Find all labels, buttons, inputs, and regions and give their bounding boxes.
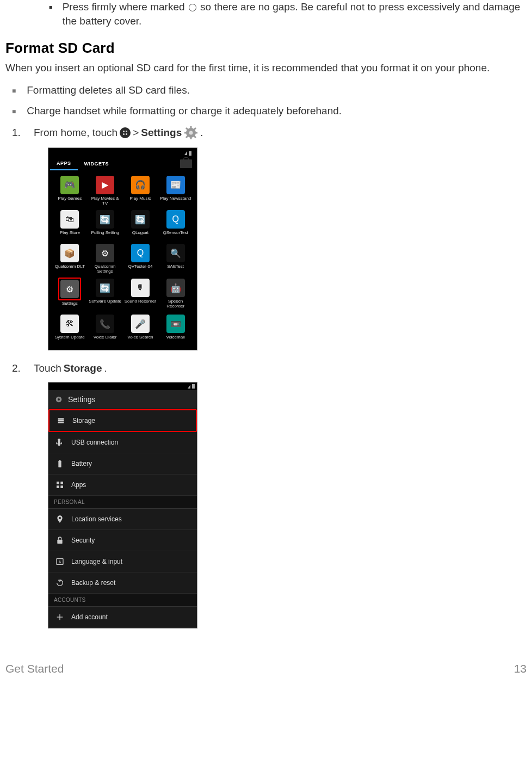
svg-rect-14: [58, 422, 64, 423]
app-icon: 🎧: [131, 176, 150, 194]
app-cell[interactable]: 🔍SAETest: [159, 244, 192, 274]
svg-point-11: [58, 398, 60, 401]
step-number: 1.: [12, 127, 22, 139]
settings-row-label: Apps: [71, 481, 86, 489]
settings-row[interactable]: Apps: [48, 475, 197, 496]
app-cell[interactable]: ▶Play Movies & TV: [89, 176, 122, 206]
storage-icon: [56, 416, 66, 426]
svg-line-9: [186, 135, 188, 138]
apps-grid: 🎮Play Games▶Play Movies & TV🎧Play Music📰…: [50, 170, 195, 348]
battery-icon: [189, 151, 191, 156]
settings-row[interactable]: Backup & reset: [48, 572, 197, 594]
security-icon: [55, 535, 65, 545]
caution-text: Formatting deletes all SD card files.: [27, 84, 190, 96]
app-icon: 🔄: [131, 210, 150, 229]
app-icon: Q: [131, 244, 150, 262]
settings-header: Settings: [48, 390, 197, 409]
sub-bullet-list: ■ Press firmly where marked so there are…: [49, 0, 527, 28]
app-cell[interactable]: 🤖Speech Recorder: [159, 279, 192, 310]
app-cell[interactable]: 🎙Sound Recorder: [124, 279, 157, 310]
gear-icon: [184, 126, 198, 140]
app-cell[interactable]: 🎤Voice Search: [124, 315, 157, 344]
bullet-marker: ■: [49, 0, 53, 28]
step-text: From home, touch > Settings .: [34, 126, 203, 140]
app-label: Voice Dialer: [94, 335, 117, 344]
app-cell[interactable]: ⚙Qualcomm Settings: [89, 244, 122, 274]
app-icon: ⚙: [60, 280, 79, 298]
app-label: Qualcomm Settings: [89, 264, 122, 274]
settings-row-label: Security: [71, 537, 95, 544]
app-icon: 🔍: [166, 244, 185, 262]
svg-line-7: [194, 135, 196, 138]
svg-rect-12: [58, 418, 64, 420]
app-cell[interactable]: 📰Play Newsstand: [159, 176, 192, 206]
svg-line-8: [194, 128, 196, 130]
app-cell[interactable]: 🔄QLogcat: [124, 210, 157, 239]
app-cell[interactable]: QQSensorTest: [159, 210, 192, 239]
status-bar: [50, 150, 195, 157]
app-label: Play Music: [130, 196, 151, 205]
app-cell[interactable]: 🛍Play Store: [53, 210, 86, 239]
app-icon: ⚙: [96, 244, 114, 262]
settings-section-header: ACCOUNTS: [48, 594, 197, 607]
apps-icon: [120, 127, 131, 138]
apps-icon: [55, 480, 65, 490]
app-icon: 📦: [60, 244, 79, 262]
settings-row[interactable]: Security: [48, 530, 197, 551]
app-cell[interactable]: 📦Qualcomm DLT: [53, 244, 86, 274]
settings-section-header: PERSONAL: [48, 496, 197, 509]
app-cell[interactable]: 🔄Software Update: [89, 279, 122, 310]
tab-widgets[interactable]: WIDGETS: [78, 157, 116, 170]
app-icon: 🛠: [60, 315, 79, 333]
app-label: Play Games: [58, 196, 82, 205]
add-icon: [55, 612, 65, 622]
app-cell[interactable]: 🎧Play Music: [124, 176, 157, 206]
app-cell[interactable]: QQVTester-04: [124, 244, 157, 274]
step-2: 2. Touch Storage.: [12, 362, 527, 374]
svg-rect-17: [57, 482, 59, 484]
app-label: Software Update: [89, 299, 121, 308]
app-cell[interactable]: 📼Voicemail: [159, 315, 192, 344]
bullet-text: Press firmly where marked so there are n…: [63, 0, 527, 28]
apps-tabs: APPS WIDGETS: [50, 157, 195, 170]
section-heading: Format SD Card: [5, 40, 527, 57]
step-number: 2.: [12, 362, 22, 374]
app-icon: 🎮: [60, 176, 79, 194]
shop-icon[interactable]: [180, 159, 192, 168]
tab-apps[interactable]: APPS: [50, 157, 78, 170]
app-cell[interactable]: ⚙Settings: [53, 279, 86, 310]
settings-row[interactable]: Location services: [48, 509, 197, 530]
app-icon: 🔄: [96, 279, 114, 297]
app-icon: 📰: [166, 176, 185, 194]
page-footer: Get Started 13: [5, 640, 527, 682]
settings-row[interactable]: Storage: [48, 409, 197, 432]
backup-icon: [55, 578, 65, 588]
settings-row[interactable]: ALanguage & input: [48, 551, 197, 572]
status-bar: [48, 383, 197, 390]
app-label: System Update: [55, 335, 85, 344]
app-label: Voicemail: [166, 335, 185, 344]
battery-icon: [55, 459, 65, 469]
app-icon: Q: [166, 210, 185, 229]
app-cell[interactable]: 🎮Play Games: [53, 176, 86, 206]
settings-row[interactable]: Battery: [48, 453, 197, 475]
app-cell[interactable]: 🛠System Update: [53, 315, 86, 344]
svg-rect-13: [58, 420, 64, 422]
svg-text:A: A: [59, 560, 61, 564]
app-icon: 🎤: [131, 315, 150, 333]
svg-line-6: [186, 128, 188, 130]
square-bullet-icon: ■: [12, 105, 16, 118]
app-label: QLogcat: [132, 231, 149, 239]
settings-row[interactable]: Add account: [48, 607, 197, 628]
app-cell[interactable]: 🔄Polling Setting: [89, 210, 122, 239]
battery-icon: [192, 384, 195, 389]
app-label: Play Newsstand: [160, 196, 191, 205]
list-item: ■ Charge handset while formatting or cha…: [12, 105, 527, 118]
gear-icon: [54, 395, 64, 404]
app-label: QVTester-04: [128, 264, 152, 273]
app-label: Polling Setting: [91, 231, 119, 239]
settings-row[interactable]: USB connection: [48, 432, 197, 453]
app-label: Play Movies & TV: [89, 196, 122, 206]
svg-rect-18: [60, 482, 63, 484]
app-cell[interactable]: 📞Voice Dialer: [89, 315, 122, 344]
